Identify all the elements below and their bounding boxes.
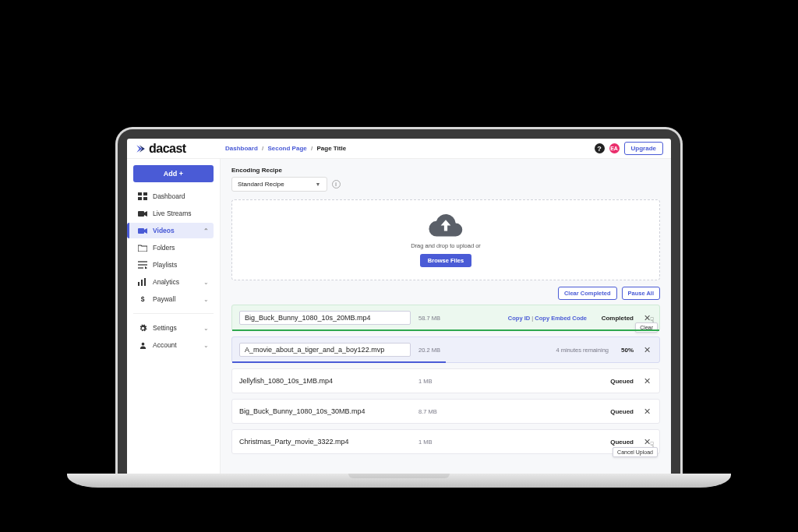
chevron-up-icon: ⌃ — [203, 227, 209, 234]
tooltip-clear: Clear — [635, 322, 658, 333]
encoding-recipe-label: Encoding Recipe — [231, 167, 660, 174]
sidebar-item-folders[interactable]: Folders — [133, 240, 214, 255]
chevron-down-icon: ⌄ — [203, 296, 209, 303]
sidebar-item-settings[interactable]: Settings ⌄ — [133, 320, 214, 336]
upload-percent: 50% — [621, 347, 634, 354]
add-button[interactable]: Add + — [133, 165, 214, 182]
dashboard-icon — [138, 192, 147, 200]
svg-rect-5 — [138, 228, 144, 234]
upload-row-completed: Big_Buck_Bunny_1080_10s_20MB.mp4 58.7 MB… — [231, 305, 660, 331]
camera-icon — [138, 210, 147, 217]
breadcrumb: Dashboard / Second Page / Page Title — [225, 145, 346, 152]
topbar-right: ? EA Upgrade — [595, 142, 663, 155]
nav-label: Account — [153, 341, 177, 349]
cancel-upload-button[interactable]: ✕ — [641, 376, 652, 386]
upload-actions: Clear Completed Pause All — [231, 287, 660, 300]
sidebar-item-dashboard[interactable]: Dashboard — [133, 188, 214, 204]
cancel-upload-button[interactable]: ✕ — [641, 345, 652, 355]
nav-label: Dashboard — [153, 192, 185, 200]
upgrade-button[interactable]: Upgrade — [624, 142, 663, 155]
svg-rect-3 — [143, 197, 147, 200]
sidebar-item-paywall[interactable]: $ Paywall ⌄ — [133, 291, 214, 307]
copy-embed-link[interactable]: Copy Embed Code — [535, 315, 587, 322]
filesize: 1 MB — [418, 378, 457, 385]
filename: Big_Buck_Bunny_1080_10s_20MB.mp4 — [239, 311, 411, 325]
nav-label: Settings — [153, 324, 177, 332]
analytics-icon — [138, 278, 147, 286]
app-screen: dacast Dashboard / Second Page / Page Ti… — [127, 139, 671, 474]
filesize: 8.7 MB — [418, 408, 457, 415]
caret-down-icon: ▼ — [316, 181, 321, 187]
upload-row-queued: Christmas_Party_movie_3322.mp4 1 MB Queu… — [231, 429, 660, 454]
svg-rect-2 — [138, 197, 142, 200]
svg-rect-9 — [138, 282, 139, 286]
dollar-icon: $ — [138, 295, 147, 303]
nav-label: Paywall — [153, 295, 175, 303]
info-icon[interactable]: i — [332, 180, 341, 188]
filesize: 20.2 MB — [418, 347, 457, 354]
sidebar-item-playlists[interactable]: Playlists — [133, 257, 214, 273]
breadcrumb-sep: / — [311, 145, 312, 152]
topbar: dacast Dashboard / Second Page / Page Ti… — [127, 139, 671, 159]
laptop-base — [67, 474, 731, 488]
breadcrumb-sep: / — [262, 145, 263, 152]
help-icon[interactable]: ? — [595, 143, 605, 153]
upload-status: Queued — [595, 378, 634, 385]
sidebar-divider — [133, 313, 214, 314]
upload-row-queued: Jellyfish_1080_10s_1MB.mp4 1 MB Queued ✕ — [231, 368, 660, 393]
nav-label: Live Streams — [153, 210, 192, 217]
person-icon — [138, 341, 147, 349]
brand-logo[interactable]: dacast — [135, 142, 221, 156]
sidebar-item-live[interactable]: Live Streams — [133, 206, 214, 221]
upload-dropzone[interactable]: Drag and drop to upload or Browse Files — [231, 199, 660, 280]
breadcrumb-current: Page Title — [316, 145, 346, 152]
logo-chevron-icon — [135, 143, 146, 154]
clear-upload-button[interactable]: ✕ — [641, 313, 652, 323]
recipe-row: Standard Recipe ▼ i — [231, 177, 660, 192]
main-panel: Encoding Recipe Standard Recipe ▼ i — [221, 159, 671, 474]
brand-text: dacast — [149, 142, 186, 156]
chevron-down-icon: ⌄ — [203, 279, 209, 286]
breadcrumb-second[interactable]: Second Page — [268, 145, 307, 152]
upload-status: Queued — [595, 408, 634, 415]
browse-files-button[interactable]: Browse Files — [420, 254, 471, 267]
cancel-upload-button[interactable]: ✕ — [641, 407, 652, 417]
video-icon — [138, 227, 147, 234]
upload-row-uploading: A_movie_about_a_tiger_and_a_boy122.mvp 2… — [231, 336, 660, 363]
svg-point-12 — [141, 342, 144, 345]
laptop-frame: dacast Dashboard / Second Page / Page Ti… — [115, 127, 683, 474]
chevron-down-icon: ⌄ — [203, 325, 209, 332]
sidebar-item-videos[interactable]: Videos ⌃ — [127, 223, 214, 238]
breadcrumb-dashboard[interactable]: Dashboard — [225, 145, 258, 152]
recipe-select[interactable]: Standard Recipe ▼ — [231, 177, 327, 192]
upload-status: Completed — [595, 315, 634, 322]
playlist-icon — [138, 261, 147, 269]
tooltip-cancel: Cancel Upload — [613, 447, 658, 457]
filesize: 1 MB — [418, 439, 457, 446]
svg-rect-0 — [138, 192, 142, 196]
pause-all-button[interactable]: Pause All — [622, 287, 661, 300]
chevron-down-icon: ⌄ — [203, 342, 209, 349]
sidebar-item-account[interactable]: Account ⌄ — [133, 337, 214, 353]
upload-links: Copy ID|Copy Embed Code — [508, 315, 587, 322]
nav-label: Folders — [153, 244, 175, 252]
dropzone-text: Drag and drop to upload or — [411, 242, 481, 249]
app-body: Add + Dashboard Live Streams Videos ⌃ — [127, 159, 671, 474]
gear-icon — [138, 324, 147, 332]
upload-row-queued: Big_Buck_Bunny_1080_10s_30MB.mp4 8.7 MB … — [231, 399, 660, 424]
copy-id-link[interactable]: Copy ID — [508, 315, 530, 322]
sidebar-item-analytics[interactable]: Analytics ⌄ — [133, 274, 214, 290]
nav-label: Analytics — [153, 278, 179, 286]
cancel-upload-button[interactable]: ✕ — [641, 437, 652, 447]
svg-rect-11 — [144, 278, 146, 286]
upload-status: Queued — [595, 439, 634, 446]
time-remaining: 4 minutes remaining — [556, 347, 609, 354]
sidebar: Add + Dashboard Live Streams Videos ⌃ — [127, 159, 221, 474]
filename: A_movie_about_a_tiger_and_a_boy122.mvp — [239, 343, 411, 357]
nav-label: Videos — [153, 227, 175, 234]
avatar[interactable]: EA — [609, 143, 620, 153]
clear-completed-button[interactable]: Clear Completed — [558, 287, 617, 300]
cloud-upload-icon — [428, 211, 464, 238]
nav-label: Playlists — [153, 261, 177, 269]
recipe-value: Standard Recipe — [238, 181, 284, 188]
